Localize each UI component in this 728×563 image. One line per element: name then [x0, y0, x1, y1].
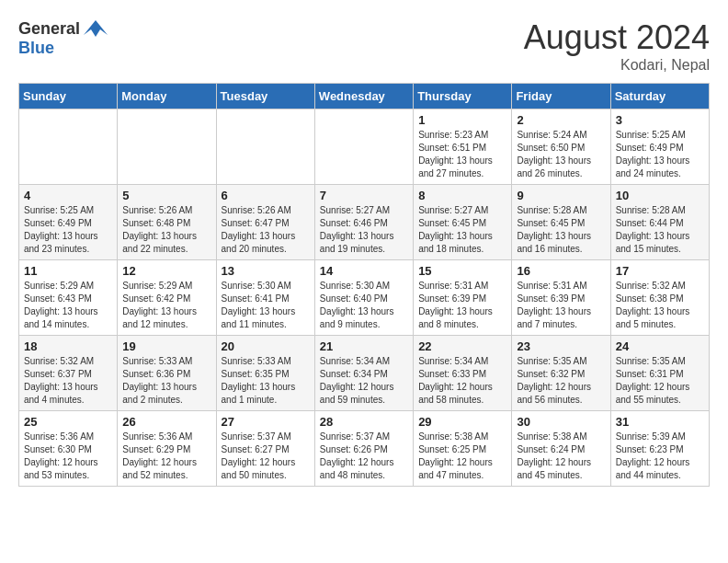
cell-info-18: Sunrise: 5:32 AM Sunset: 6:37 PM Dayligh…: [24, 355, 112, 407]
title-block: August 2024 Kodari, Nepal: [524, 18, 710, 74]
calendar-body: 1Sunrise: 5:23 AM Sunset: 6:51 PM Daylig…: [19, 109, 710, 487]
cell-date-12: 12: [122, 264, 210, 278]
calendar-table: SundayMondayTuesdayWednesdayThursdayFrid…: [18, 83, 710, 487]
cell-info-4: Sunrise: 5:25 AM Sunset: 6:49 PM Dayligh…: [24, 204, 112, 256]
calendar-cell-1-4: 8Sunrise: 5:27 AM Sunset: 6:45 PM Daylig…: [414, 185, 512, 260]
calendar-cell-4-6: 31Sunrise: 5:39 AM Sunset: 6:23 PM Dayli…: [610, 411, 709, 487]
calendar-cell-1-2: 6Sunrise: 5:26 AM Sunset: 6:47 PM Daylig…: [216, 185, 314, 260]
cell-date-4: 4: [24, 189, 112, 202]
calendar-cell-2-5: 16Sunrise: 5:31 AM Sunset: 6:39 PM Dayli…: [512, 260, 610, 336]
cell-date-22: 22: [418, 339, 506, 353]
calendar-cell-2-0: 11Sunrise: 5:29 AM Sunset: 6:43 PM Dayli…: [19, 260, 118, 336]
logo-general: General: [18, 19, 80, 39]
calendar-cell-1-0: 4Sunrise: 5:25 AM Sunset: 6:49 PM Daylig…: [19, 185, 118, 260]
header-row: SundayMondayTuesdayWednesdayThursdayFrid…: [19, 84, 710, 109]
cell-date-5: 5: [122, 189, 210, 202]
cell-date-28: 28: [320, 415, 408, 429]
cell-info-20: Sunrise: 5:33 AM Sunset: 6:35 PM Dayligh…: [222, 355, 310, 407]
cell-info-17: Sunrise: 5:32 AM Sunset: 6:38 PM Dayligh…: [616, 280, 704, 331]
cell-date-29: 29: [418, 415, 506, 429]
cell-info-11: Sunrise: 5:29 AM Sunset: 6:43 PM Dayligh…: [24, 280, 112, 331]
calendar-cell-4-3: 28Sunrise: 5:37 AM Sunset: 6:26 PM Dayli…: [314, 411, 413, 487]
cell-info-23: Sunrise: 5:35 AM Sunset: 6:32 PM Dayligh…: [517, 355, 605, 407]
calendar-cell-2-4: 15Sunrise: 5:31 AM Sunset: 6:39 PM Dayli…: [414, 260, 512, 336]
calendar-cell-1-5: 9Sunrise: 5:28 AM Sunset: 6:45 PM Daylig…: [512, 185, 610, 260]
cell-date-10: 10: [616, 189, 704, 202]
header-tuesday: Tuesday: [216, 84, 314, 109]
calendar-cell-3-3: 21Sunrise: 5:34 AM Sunset: 6:34 PM Dayli…: [314, 336, 413, 411]
header-friday: Friday: [512, 84, 610, 109]
header-thursday: Thursday: [414, 84, 512, 109]
cell-date-18: 18: [24, 339, 112, 353]
cell-info-10: Sunrise: 5:28 AM Sunset: 6:44 PM Dayligh…: [616, 204, 704, 256]
cell-info-26: Sunrise: 5:36 AM Sunset: 6:29 PM Dayligh…: [122, 431, 210, 482]
week-row-4: 18Sunrise: 5:32 AM Sunset: 6:37 PM Dayli…: [19, 336, 710, 411]
cell-info-13: Sunrise: 5:30 AM Sunset: 6:41 PM Dayligh…: [222, 280, 310, 331]
cell-info-15: Sunrise: 5:31 AM Sunset: 6:39 PM Dayligh…: [418, 280, 506, 331]
cell-info-2: Sunrise: 5:24 AM Sunset: 6:50 PM Dayligh…: [517, 129, 605, 180]
cell-info-1: Sunrise: 5:23 AM Sunset: 6:51 PM Dayligh…: [418, 129, 506, 180]
week-row-2: 4Sunrise: 5:25 AM Sunset: 6:49 PM Daylig…: [19, 185, 710, 260]
calendar-cell-0-5: 2Sunrise: 5:24 AM Sunset: 6:50 PM Daylig…: [512, 109, 610, 185]
cell-info-28: Sunrise: 5:37 AM Sunset: 6:26 PM Dayligh…: [320, 431, 408, 482]
cell-info-14: Sunrise: 5:30 AM Sunset: 6:40 PM Dayligh…: [320, 280, 408, 331]
logo-blue: Blue: [18, 39, 54, 57]
calendar-cell-0-1: [118, 109, 216, 185]
cell-info-19: Sunrise: 5:33 AM Sunset: 6:36 PM Dayligh…: [122, 355, 210, 407]
header-sunday: Sunday: [19, 84, 118, 109]
cell-date-17: 17: [616, 264, 704, 278]
cell-date-7: 7: [320, 189, 408, 202]
cell-date-19: 19: [122, 339, 210, 353]
calendar-cell-3-0: 18Sunrise: 5:32 AM Sunset: 6:37 PM Dayli…: [19, 336, 118, 411]
calendar-cell-2-1: 12Sunrise: 5:29 AM Sunset: 6:42 PM Dayli…: [118, 260, 216, 336]
logo-bird-icon: [84, 18, 108, 39]
cell-date-23: 23: [517, 339, 605, 353]
month-year-title: August 2024: [524, 18, 710, 57]
calendar-cell-2-2: 13Sunrise: 5:30 AM Sunset: 6:41 PM Dayli…: [216, 260, 314, 336]
cell-date-31: 31: [616, 415, 704, 429]
calendar-cell-0-2: [216, 109, 314, 185]
week-row-3: 11Sunrise: 5:29 AM Sunset: 6:43 PM Dayli…: [19, 260, 710, 336]
cell-info-22: Sunrise: 5:34 AM Sunset: 6:33 PM Dayligh…: [418, 355, 506, 407]
calendar-cell-4-2: 27Sunrise: 5:37 AM Sunset: 6:27 PM Dayli…: [216, 411, 314, 487]
calendar-cell-2-3: 14Sunrise: 5:30 AM Sunset: 6:40 PM Dayli…: [314, 260, 413, 336]
cell-info-7: Sunrise: 5:27 AM Sunset: 6:46 PM Dayligh…: [320, 204, 408, 256]
header-wednesday: Wednesday: [314, 84, 413, 109]
calendar-cell-3-5: 23Sunrise: 5:35 AM Sunset: 6:32 PM Dayli…: [512, 336, 610, 411]
cell-info-16: Sunrise: 5:31 AM Sunset: 6:39 PM Dayligh…: [517, 280, 605, 331]
week-row-5: 25Sunrise: 5:36 AM Sunset: 6:30 PM Dayli…: [19, 411, 710, 487]
cell-info-3: Sunrise: 5:25 AM Sunset: 6:49 PM Dayligh…: [616, 129, 704, 180]
cell-info-30: Sunrise: 5:38 AM Sunset: 6:24 PM Dayligh…: [517, 431, 605, 482]
calendar-cell-3-4: 22Sunrise: 5:34 AM Sunset: 6:33 PM Dayli…: [414, 336, 512, 411]
cell-info-31: Sunrise: 5:39 AM Sunset: 6:23 PM Dayligh…: [616, 431, 704, 482]
location-subtitle: Kodari, Nepal: [524, 57, 710, 74]
cell-info-21: Sunrise: 5:34 AM Sunset: 6:34 PM Dayligh…: [320, 355, 408, 407]
cell-date-6: 6: [222, 189, 310, 202]
cell-date-20: 20: [222, 339, 310, 353]
cell-info-9: Sunrise: 5:28 AM Sunset: 6:45 PM Dayligh…: [517, 204, 605, 256]
cell-date-3: 3: [616, 113, 704, 127]
cell-info-8: Sunrise: 5:27 AM Sunset: 6:45 PM Dayligh…: [418, 204, 506, 256]
cell-info-25: Sunrise: 5:36 AM Sunset: 6:30 PM Dayligh…: [24, 431, 112, 482]
calendar-cell-1-6: 10Sunrise: 5:28 AM Sunset: 6:44 PM Dayli…: [610, 185, 709, 260]
cell-date-24: 24: [616, 339, 704, 353]
cell-date-16: 16: [517, 264, 605, 278]
calendar-cell-4-4: 29Sunrise: 5:38 AM Sunset: 6:25 PM Dayli…: [414, 411, 512, 487]
cell-date-1: 1: [418, 113, 506, 127]
calendar-cell-4-0: 25Sunrise: 5:36 AM Sunset: 6:30 PM Dayli…: [19, 411, 118, 487]
calendar-cell-1-3: 7Sunrise: 5:27 AM Sunset: 6:46 PM Daylig…: [314, 185, 413, 260]
page-header: General Blue August 2024 Kodari, Nepal: [18, 18, 710, 74]
header-saturday: Saturday: [610, 84, 709, 109]
cell-date-15: 15: [418, 264, 506, 278]
cell-info-29: Sunrise: 5:38 AM Sunset: 6:25 PM Dayligh…: [418, 431, 506, 482]
calendar-cell-2-6: 17Sunrise: 5:32 AM Sunset: 6:38 PM Dayli…: [610, 260, 709, 336]
cell-date-13: 13: [222, 264, 310, 278]
calendar-cell-0-3: [314, 109, 413, 185]
calendar-cell-3-1: 19Sunrise: 5:33 AM Sunset: 6:36 PM Dayli…: [118, 336, 216, 411]
cell-info-27: Sunrise: 5:37 AM Sunset: 6:27 PM Dayligh…: [222, 431, 310, 482]
calendar-cell-3-2: 20Sunrise: 5:33 AM Sunset: 6:35 PM Dayli…: [216, 336, 314, 411]
cell-info-5: Sunrise: 5:26 AM Sunset: 6:48 PM Dayligh…: [122, 204, 210, 256]
cell-date-11: 11: [24, 264, 112, 278]
cell-date-26: 26: [122, 415, 210, 429]
cell-info-24: Sunrise: 5:35 AM Sunset: 6:31 PM Dayligh…: [616, 355, 704, 407]
